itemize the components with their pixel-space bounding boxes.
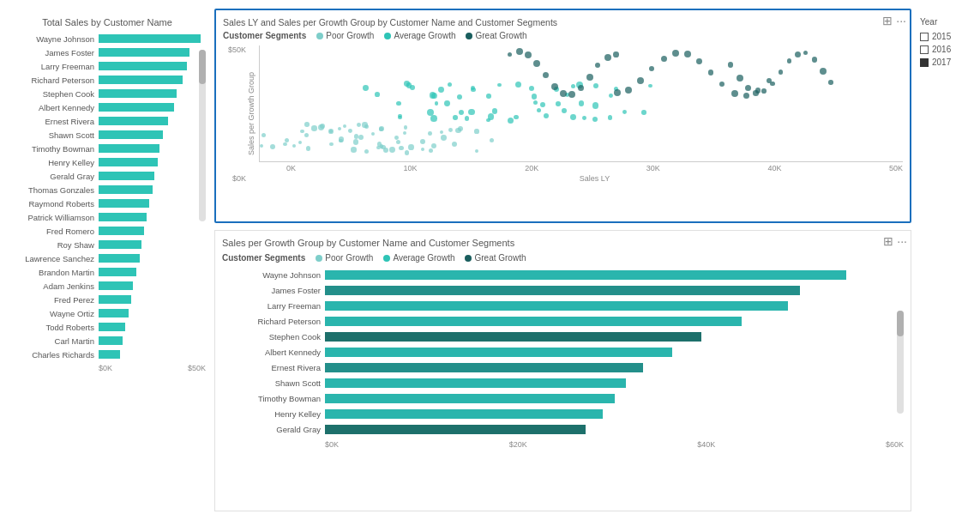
- scatter-dot: [767, 78, 772, 83]
- table-row: Adam Jenkins: [9, 280, 206, 292]
- scatter-dot: [371, 132, 375, 136]
- scatter-legend-title: Customer Segments: [223, 31, 306, 40]
- table-row: Roy Shaw: [9, 239, 206, 251]
- left-chart: Total Sales by Customer Name Wayne Johns…: [9, 9, 206, 511]
- scatter-dot: [429, 148, 433, 153]
- bar-fill: [99, 336, 123, 345]
- scatter-expand-icon[interactable]: ⊞: [882, 14, 893, 27]
- list-item[interactable]: 2016: [920, 45, 971, 54]
- scatter-dot: [380, 144, 384, 148]
- scatter-dot: [364, 124, 370, 130]
- table-row: Larry Freeman: [222, 299, 904, 312]
- left-x-axis: $0K $50K: [9, 364, 206, 372]
- left-scrollbar[interactable]: [199, 50, 206, 221]
- bar-label: Patrick Williamson: [9, 213, 99, 222]
- bottom-more-icon[interactable]: ···: [897, 234, 907, 248]
- scatter-dot: [514, 115, 519, 120]
- bar-track: [99, 254, 206, 263]
- poor-growth-dot: [316, 33, 323, 39]
- bar-label: James Foster: [222, 286, 325, 295]
- bar-fill: [99, 158, 158, 166]
- scatter-dot: [453, 115, 458, 120]
- bottom-great-dot: [465, 255, 472, 262]
- scatter-dot: [428, 131, 432, 136]
- bar-label: Richard Peterson: [9, 76, 99, 85]
- bottom-scrollbar-thumb[interactable]: [897, 311, 904, 336]
- year-checkbox[interactable]: [920, 45, 929, 54]
- bar-track: [99, 185, 206, 194]
- avg-growth-dot: [384, 33, 391, 39]
- scatter-dot: [562, 108, 567, 113]
- list-item[interactable]: 2015: [920, 32, 971, 41]
- scatter-dot: [672, 50, 679, 57]
- bar-label: Timothy Bowman: [222, 394, 325, 403]
- bar-track: [325, 425, 904, 434]
- scatter-dot: [719, 82, 724, 87]
- scatter-dot: [622, 110, 627, 114]
- scatter-dot: [353, 139, 358, 144]
- bottom-scrollbar[interactable]: [897, 311, 904, 414]
- scatter-dot: [728, 62, 733, 67]
- scatter-dot: [420, 139, 425, 144]
- bar-label: Fred Romero: [9, 227, 99, 236]
- scatter-chart: ⊞ ··· Sales LY and Sales per Growth Grou…: [214, 9, 911, 223]
- scatter-dot: [306, 146, 311, 151]
- year-legend-title: Year: [920, 17, 971, 27]
- bar-fill: [99, 103, 174, 112]
- scatter-dot: [529, 86, 534, 91]
- scatter-dot: [609, 94, 613, 98]
- scatter-dot: [761, 88, 767, 94]
- scatter-dot: [351, 147, 357, 153]
- scatter-more-icon[interactable]: ···: [896, 14, 906, 27]
- table-row: Henry Kelley: [9, 156, 206, 168]
- scatter-dot: [406, 82, 412, 88]
- bar-label: Ernest Rivera: [222, 363, 325, 372]
- scatter-dot: [403, 131, 406, 135]
- bar-fill: [99, 213, 147, 221]
- scatter-dot: [696, 58, 702, 64]
- left-scrollbar-thumb[interactable]: [199, 50, 206, 84]
- scatter-dot: [431, 93, 437, 99]
- bar-fill: [99, 254, 140, 263]
- bar-track: [99, 130, 206, 139]
- scatter-dot: [338, 127, 341, 130]
- bar-fill: [99, 199, 149, 208]
- scatter-dot: [556, 101, 561, 106]
- bar-label: Charles Richards: [9, 350, 99, 360]
- bar-track: [325, 270, 904, 280]
- year-checkbox[interactable]: [920, 33, 929, 41]
- scatter-dot: [431, 143, 436, 148]
- scatter-dot: [578, 85, 584, 91]
- table-row: Thomas Gonzales: [9, 184, 206, 196]
- bottom-expand-icon[interactable]: ⊞: [883, 234, 893, 248]
- table-row: Wayne Johnson: [222, 268, 904, 281]
- bar-fill: [325, 317, 742, 326]
- scatter-dot: [787, 58, 791, 63]
- table-row: Carl Martin: [9, 335, 206, 347]
- bar-fill: [325, 394, 615, 403]
- bar-fill: [99, 309, 129, 317]
- scatter-dot: [579, 100, 584, 106]
- bar-label: Albert Kennedy: [222, 348, 325, 357]
- scatter-dot: [745, 85, 751, 91]
- scatter-dot: [516, 48, 523, 55]
- bar-label: James Foster: [9, 48, 99, 57]
- scatter-dot: [396, 140, 400, 144]
- scatter-dot: [404, 125, 408, 130]
- year-label: 2017: [932, 57, 951, 67]
- bar-track: [99, 295, 206, 304]
- bar-label: Lawrence Sanchez: [9, 254, 99, 263]
- bar-fill: [99, 117, 168, 125]
- year-checkbox[interactable]: [920, 58, 929, 67]
- table-row: Gerald Gray: [222, 422, 904, 436]
- table-row: Larry Freeman: [9, 60, 206, 72]
- scatter-dot: [465, 116, 469, 120]
- scatter-y-label-top: $50K: [228, 45, 246, 54]
- scatter-dot: [375, 92, 380, 97]
- table-row: Wayne Johnson: [9, 33, 206, 45]
- list-item[interactable]: 2017: [920, 57, 971, 67]
- scatter-dot: [399, 146, 404, 151]
- bottom-x-3: $60K: [886, 440, 904, 449]
- scatter-dot: [459, 110, 465, 116]
- great-growth-dot: [466, 33, 472, 39]
